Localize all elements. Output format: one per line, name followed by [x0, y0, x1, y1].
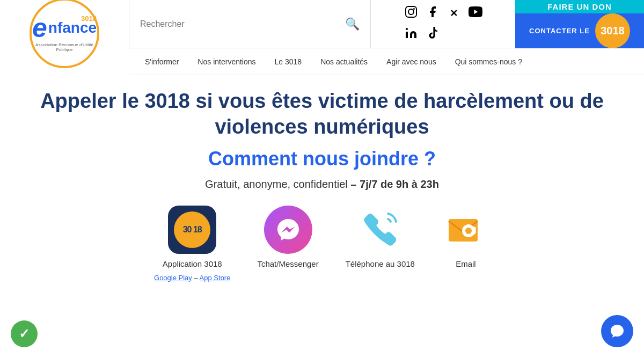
- svg-point-3: [406, 28, 408, 30]
- checkmark-button[interactable]: ✓: [11, 320, 38, 347]
- nav-item-sinformer[interactable]: S'informer: [145, 57, 179, 66]
- google-play-link[interactable]: Google Play: [154, 274, 192, 282]
- app-links: Google Play – App Store: [154, 274, 230, 282]
- contact-button[interactable]: CONTACTER LE 3018: [515, 13, 644, 48]
- nav-item-3018[interactable]: Le 3018: [275, 57, 302, 66]
- app-store-link[interactable]: App Store: [200, 274, 231, 282]
- svg-point-1: [408, 9, 414, 14]
- main-content: Appeler le 3018 si vous êtes victime de …: [0, 75, 644, 287]
- social-icons-area: ✕: [370, 0, 515, 48]
- contact-label: CONTACTER LE: [529, 27, 590, 35]
- donate-label: FAIRE UN DON: [547, 2, 612, 11]
- linkedin-icon[interactable]: [405, 27, 418, 43]
- email-label: Email: [456, 259, 476, 268]
- svg-point-6: [465, 228, 472, 234]
- facebook-icon[interactable]: [426, 5, 439, 21]
- x-twitter-icon[interactable]: ✕: [450, 9, 458, 18]
- donate-button[interactable]: FAIRE UN DON: [515, 0, 644, 13]
- svg-rect-0: [406, 6, 416, 17]
- messenger-card: Tchat/Messenger: [257, 206, 318, 268]
- contact-bubble: 3018: [595, 13, 630, 48]
- logo[interactable]: e 3018 nfance Association Reconnue d'Uti…: [30, 0, 99, 68]
- phone-card: Téléphone au 3018: [346, 206, 415, 268]
- logo-e: e: [32, 14, 47, 41]
- contact-cards: 30 18 Application 3018 Google Play – App…: [11, 206, 633, 282]
- tiktok-icon[interactable]: [427, 27, 438, 43]
- link-separator: –: [194, 274, 199, 282]
- chat-float-icon: [609, 323, 625, 339]
- tagline-text: Gratuit, anonyme, confidentiel: [205, 178, 348, 190]
- phone-icon[interactable]: [356, 206, 404, 254]
- nav-item-interventions[interactable]: Nos interventions: [197, 57, 255, 66]
- email-card: Email: [442, 206, 490, 268]
- nav-item-qui[interactable]: Qui sommes-nous ?: [455, 57, 522, 66]
- chat-float-button[interactable]: [601, 315, 633, 347]
- youtube-icon[interactable]: [469, 6, 482, 20]
- app-label: Application 3018: [163, 259, 222, 268]
- right-header: FAIRE UN DON CONTACTER LE 3018: [515, 0, 644, 48]
- app-icon[interactable]: 30 18: [168, 206, 216, 254]
- messenger-icon[interactable]: [264, 206, 312, 254]
- search-icon[interactable]: 🔍: [345, 17, 360, 31]
- app-card: 30 18 Application 3018 Google Play – App…: [154, 206, 230, 282]
- svg-point-2: [413, 8, 415, 10]
- nav-item-actualites[interactable]: Nos actualités: [320, 57, 368, 66]
- instagram-icon[interactable]: [405, 5, 418, 21]
- checkmark-icon: ✓: [19, 326, 30, 341]
- messenger-label: Tchat/Messenger: [257, 259, 318, 268]
- tagline-hours: – 7j/7 de 9h à 23h: [350, 178, 439, 190]
- subheadline: Comment nous joindre ?: [11, 148, 633, 170]
- headline: Appeler le 3018 si vous êtes victime de …: [27, 89, 617, 140]
- contact-number: 3018: [601, 25, 625, 37]
- tagline: Gratuit, anonyme, confidentiel – 7j/7 de…: [11, 178, 633, 191]
- logo-area: e 3018 nfance Association Reconnue d'Uti…: [0, 0, 129, 48]
- email-icon[interactable]: [442, 206, 490, 254]
- search-area: 🔍: [129, 0, 370, 48]
- phone-label: Téléphone au 3018: [346, 259, 415, 268]
- logo-subtext: Association Reconnue d'Utilité Publique: [32, 42, 97, 52]
- logo-nfance: nfance: [48, 20, 97, 35]
- search-input[interactable]: [140, 19, 340, 29]
- nav: S'informer Nos interventions Le 3018 Nos…: [129, 48, 644, 75]
- nav-item-agir[interactable]: Agir avec nous: [386, 57, 436, 66]
